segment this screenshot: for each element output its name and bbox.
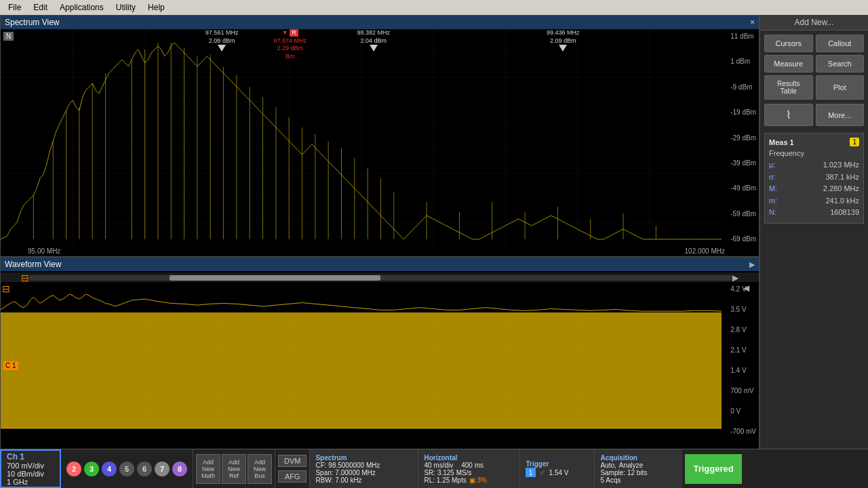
trigger-ch-row: 1 ⟋ 1.54 V bbox=[526, 468, 589, 477]
add-new-ref-button[interactable]: Add New Ref bbox=[222, 454, 246, 484]
meas-sigma-label: σ: bbox=[769, 171, 776, 184]
horizontal-rate1: 40 ms/div bbox=[424, 462, 453, 469]
acquisition-analyze: Analyze bbox=[619, 462, 644, 469]
waveform-icon-button[interactable]: ⌇ bbox=[764, 104, 813, 126]
waveform-trigger-icon: ⊟ bbox=[2, 283, 10, 294]
acquisition-sample: Sample: 12 bits bbox=[600, 469, 677, 476]
spectrum-cf: CF: 98.5000000 MHz bbox=[315, 462, 412, 469]
results-table-button[interactable]: ResultsTable bbox=[764, 75, 813, 100]
trigger-volt: 1.54 V bbox=[549, 469, 569, 476]
meas-n-value: 1608139 bbox=[830, 207, 859, 219]
spectrum-close-button[interactable]: × bbox=[750, 18, 755, 27]
menu-file[interactable]: File bbox=[3, 1, 26, 14]
spectrum-titlebar: Spectrum View × bbox=[1, 16, 759, 29]
add-buttons: Add New Math Add New Ref Add New Bus bbox=[193, 449, 275, 488]
spectrum-x-labels: 95.00 MHz 102.000 MHz bbox=[1, 246, 759, 256]
meas-sigma-value: 387.1 kHz bbox=[825, 171, 859, 184]
ch3-button[interactable]: 3 bbox=[84, 462, 99, 476]
meas-badge: 1 bbox=[850, 138, 859, 146]
horizontal-rl: RL: 1.25 Mpts bbox=[424, 476, 466, 484]
sidebar-button-grid: Cursors Callout Measure Search ResultsTa… bbox=[760, 30, 868, 104]
meas-max-row: M: 2.280 MHz bbox=[769, 183, 859, 195]
meas-mu-row: μ: 1.023 MHz bbox=[769, 159, 859, 171]
x-start: 95.00 MHz bbox=[28, 247, 60, 255]
spectrum-span: Span: 7.00000 MHz bbox=[315, 469, 412, 476]
waveform-title: Waveform View bbox=[5, 260, 61, 269]
menu-applications[interactable]: Applications bbox=[54, 1, 109, 14]
menu-edit[interactable]: Edit bbox=[28, 1, 53, 14]
ch1-dbdiv: 10 dBm/div bbox=[7, 470, 54, 478]
ch1-label: Ch 1 bbox=[7, 452, 54, 462]
afg-button[interactable]: AFG bbox=[278, 470, 307, 483]
cursors-button[interactable]: Cursors bbox=[764, 35, 813, 52]
meas-subtitle: Frequency bbox=[769, 149, 859, 157]
more-button[interactable]: More... bbox=[816, 104, 865, 126]
waveform-scrollbar-track[interactable] bbox=[29, 275, 732, 281]
scroll-right-icon: ▶ bbox=[732, 273, 738, 283]
triggered-button[interactable]: Triggered bbox=[685, 454, 741, 484]
trigger-info[interactable]: Trigger 1 ⟋ 1.54 V bbox=[519, 449, 594, 488]
waveform-scrollbar-thumb[interactable] bbox=[170, 275, 380, 281]
meas-min-label: m: bbox=[769, 195, 777, 207]
meas-max-value: 2.280 MHz bbox=[823, 183, 859, 195]
acquisition-label: Acquisition bbox=[600, 454, 677, 462]
waveform-ch-label: C 1 bbox=[3, 361, 18, 370]
horizontal-perc: ▣ 3% bbox=[469, 476, 487, 484]
meas-max-label: M: bbox=[769, 183, 777, 195]
meas-header: Meas 1 1 bbox=[769, 138, 859, 146]
spectrum-info[interactable]: Spectrum CF: 98.5000000 MHz Span: 7.0000… bbox=[309, 449, 418, 488]
ch5-button[interactable]: 5 bbox=[119, 462, 134, 476]
spectrum-y-labels: 11 dBm 1 dBm -9 dBm -19 dBm -29 dBm -39 … bbox=[730, 29, 756, 246]
waveform-right-icon: ▶ bbox=[749, 260, 755, 269]
add-new-math-button[interactable]: Add New Math bbox=[196, 454, 220, 484]
waveform-chart bbox=[1, 282, 722, 459]
search-button[interactable]: Search bbox=[816, 55, 865, 73]
sidebar-extra-buttons: ⌇ More... bbox=[760, 104, 868, 129]
meas-min-row: m: 241.0 kHz bbox=[769, 195, 859, 207]
acquisition-mode-row: Auto, Analyze bbox=[600, 462, 677, 469]
ch2-button[interactable]: 2 bbox=[66, 462, 81, 476]
ch7-button[interactable]: 7 bbox=[155, 462, 170, 476]
left-panels: Spectrum View × N 97.561 MHz 2.08 dBm ▼ … bbox=[0, 15, 760, 449]
add-new-bus-button[interactable]: Add New Bus bbox=[248, 454, 272, 484]
ch1-vdiv: 700 mV/div bbox=[7, 462, 54, 470]
waveform-canvas-area: C 1 ⊟ ◀ bbox=[1, 282, 759, 459]
ch8-button[interactable]: 8 bbox=[172, 462, 187, 476]
plot-button[interactable]: Plot bbox=[816, 75, 865, 100]
meas-title: Meas 1 bbox=[769, 138, 794, 146]
dvm-afg-buttons: DVM AFG bbox=[275, 449, 309, 488]
horizontal-info[interactable]: Horizontal 40 ms/div 400 ms SR: 3.125 MS… bbox=[418, 449, 519, 488]
dvm-button[interactable]: DVM bbox=[278, 455, 307, 467]
menubar: File Edit Applications Utility Help bbox=[0, 0, 868, 15]
meas-mu-label: μ: bbox=[769, 159, 775, 171]
ch6-button[interactable]: 6 bbox=[137, 462, 152, 476]
spectrum-chart bbox=[1, 29, 722, 246]
svg-rect-0 bbox=[1, 29, 722, 246]
spectrum-canvas-area: N 97.561 MHz 2.08 dBm ▼ R 97.874 MHz 2.2… bbox=[1, 29, 759, 246]
ch1-info[interactable]: Ch 1 700 mV/div 10 dBm/div 1 GHz bbox=[0, 449, 61, 488]
callout-button[interactable]: Callout bbox=[816, 35, 865, 52]
meas-mu-value: 1.023 MHz bbox=[823, 159, 859, 171]
trigger-ch: 1 bbox=[526, 468, 535, 477]
ch4-button[interactable]: 4 bbox=[102, 462, 117, 476]
trigger-label: Trigger bbox=[526, 460, 589, 468]
spectrum-title: Spectrum View bbox=[5, 18, 59, 27]
measure-button[interactable]: Measure bbox=[764, 55, 813, 73]
menu-utility[interactable]: Utility bbox=[111, 1, 141, 14]
horizontal-rate-row: 40 ms/div 400 ms bbox=[424, 462, 514, 469]
svg-marker-37 bbox=[1, 312, 722, 428]
acquisition-acqs: 5 Acqs bbox=[600, 476, 677, 484]
acquisition-info[interactable]: Acquisition Auto, Analyze Sample: 12 bit… bbox=[594, 449, 682, 488]
horizontal-sr: SR: 3.125 MS/s bbox=[424, 469, 514, 476]
waveform-panel: Waveform View ▶ ⊟ ▶ C 1 ⊟ ◀ bbox=[0, 257, 760, 449]
meas-n-label: N: bbox=[769, 207, 776, 219]
meas-panel: Meas 1 1 Frequency μ: 1.023 MHz σ: 387.1… bbox=[764, 133, 864, 224]
menu-help[interactable]: Help bbox=[142, 1, 170, 14]
bottom-bar: Ch 1 700 mV/div 10 dBm/div 1 GHz 2 3 4 5… bbox=[0, 449, 868, 488]
add-new-bar[interactable]: Add New... bbox=[760, 15, 868, 30]
horizontal-rl-row: RL: 1.25 Mpts ▣ 3% bbox=[424, 476, 514, 484]
meas-sigma-row: σ: 387.1 kHz bbox=[769, 171, 859, 184]
spectrum-rbw: RBW: 7.00 kHz bbox=[315, 476, 412, 484]
horizontal-rate2: 400 ms bbox=[461, 462, 484, 469]
channel-buttons: 2 3 4 5 6 7 8 bbox=[61, 449, 193, 488]
